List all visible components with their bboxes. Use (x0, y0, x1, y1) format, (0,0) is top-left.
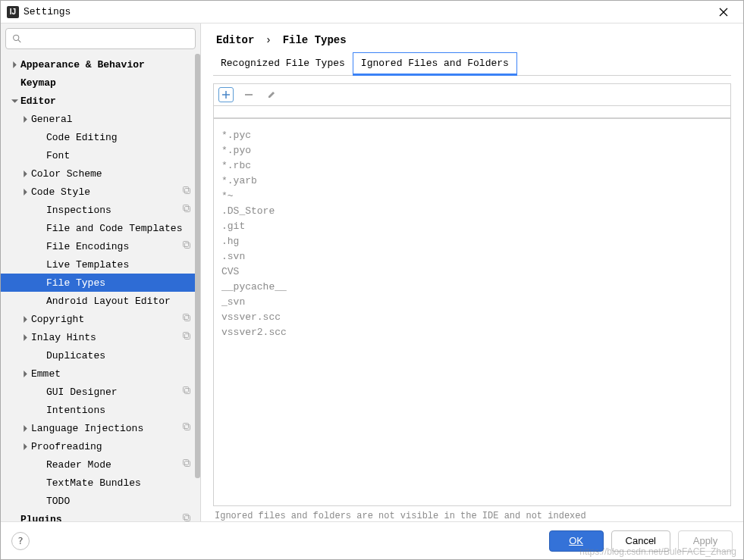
tree-item-label: Intentions (46, 405, 105, 416)
project-scope-icon (182, 240, 191, 252)
tree-item-code-editing[interactable]: Code Editing (1, 128, 200, 146)
add-pattern-button[interactable] (218, 87, 234, 102)
tree-item-textmate-bundles[interactable]: TextMate Bundles (1, 474, 200, 492)
pencil-icon (267, 90, 276, 99)
tree-item-label: Code Editing (46, 132, 118, 143)
tree-item-gui-designer[interactable]: GUI Designer (1, 383, 200, 401)
chevron-right-icon[interactable] (20, 116, 30, 123)
tree-item-language-injections[interactable]: Language Injections (1, 419, 200, 437)
pattern-item[interactable]: *.pyo (221, 143, 723, 158)
pattern-item[interactable]: .DS_Store (221, 204, 723, 219)
chevron-right-icon[interactable] (20, 371, 30, 377)
chevron-right-icon[interactable] (20, 334, 30, 341)
close-button[interactable] (710, 2, 737, 23)
tree-item-intentions[interactable]: Intentions (1, 401, 200, 419)
svg-rect-6 (184, 242, 189, 247)
pattern-item[interactable]: .hg (221, 234, 723, 249)
tree-item-inlay-hints[interactable]: Inlay Hints (1, 328, 200, 346)
pattern-item[interactable]: *.yarb (221, 174, 723, 189)
pattern-item[interactable]: __pycache__ (221, 280, 723, 295)
chevron-right-icon[interactable] (20, 443, 30, 450)
pattern-item[interactable]: .svn (221, 249, 723, 264)
svg-rect-16 (184, 460, 189, 465)
help-button[interactable]: ? (11, 532, 30, 550)
svg-rect-19 (185, 516, 190, 521)
tree-item-plugins[interactable]: Plugins (1, 510, 200, 521)
ignored-patterns-list[interactable]: *.pyc*.pyo*.rbc*.yarb*~.DS_Store.git.hg.… (213, 118, 731, 506)
tree-item-label: General (31, 114, 73, 125)
tree-item-reader-mode[interactable]: Reader Mode (1, 455, 200, 474)
tree-item-inspections[interactable]: Inspections (1, 201, 200, 219)
chevron-right-icon[interactable] (20, 316, 30, 323)
tree-item-editor[interactable]: Editor (1, 92, 200, 110)
pattern-item[interactable]: *.rbc (221, 158, 723, 174)
tab-recognized-file-types[interactable]: Recognized File Types (213, 53, 353, 76)
pattern-item[interactable]: vssver.scc (221, 310, 723, 325)
tree-item-color-scheme[interactable]: Color Scheme (1, 164, 200, 183)
tree-item-copyright[interactable]: Copyright (1, 310, 200, 328)
tree-item-label: File Types (46, 277, 105, 289)
ok-button[interactable]: OK (549, 530, 604, 552)
tree-item-android-layout-editor[interactable]: Android Layout Editor (1, 292, 200, 310)
tree-item-label: TODO (46, 496, 70, 507)
tree-item-duplicates[interactable]: Duplicates (1, 346, 200, 364)
tree-item-general[interactable]: General (1, 110, 200, 128)
search-input[interactable] (27, 33, 189, 45)
svg-rect-12 (184, 387, 189, 393)
tree-item-label: Color Scheme (31, 168, 102, 180)
hint-text: Ignored files and folders are not visibl… (213, 506, 731, 521)
tree-item-appearance-behavior[interactable]: Appearance & Behavior (1, 55, 200, 74)
tree-item-label: Reader Mode (46, 459, 111, 471)
tree-item-emmet[interactable]: Emmet (1, 364, 200, 383)
tree-item-proofreading[interactable]: Proofreading (1, 437, 200, 455)
sidebar-scrollbar[interactable] (195, 54, 200, 521)
svg-rect-17 (185, 461, 190, 467)
tree-item-font[interactable]: Font (1, 146, 200, 164)
tree-item-label: Language Injections (31, 423, 143, 434)
chevron-right-icon[interactable] (20, 171, 30, 177)
search-icon (12, 33, 22, 44)
pattern-item[interactable]: *~ (221, 189, 723, 204)
tree-item-file-types[interactable]: File Types (1, 274, 200, 292)
tab-ignored-files-and-folders[interactable]: Ignored Files and Folders (353, 52, 517, 76)
pattern-item[interactable]: _svn (221, 295, 723, 310)
apply-button[interactable]: Apply (678, 530, 733, 552)
tree-item-code-style[interactable]: Code Style (1, 183, 200, 201)
chevron-right-icon[interactable] (20, 189, 30, 196)
project-scope-icon (182, 422, 191, 434)
tree-item-file-encodings[interactable]: File Encodings (1, 237, 200, 255)
pattern-item[interactable]: .git (221, 219, 723, 234)
body-split: Appearance & BehaviorKeymapEditorGeneral… (1, 23, 743, 521)
svg-rect-11 (185, 334, 190, 339)
tree-item-label: Editor (20, 95, 56, 107)
chevron-right-icon[interactable] (20, 425, 30, 432)
tree-item-label: Android Layout Editor (46, 296, 171, 307)
chevron-down-icon[interactable] (10, 98, 19, 105)
edit-pattern-button[interactable] (264, 87, 279, 102)
svg-rect-10 (184, 333, 189, 338)
search-box[interactable] (5, 28, 196, 49)
chevron-right-icon[interactable] (10, 61, 19, 68)
svg-rect-7 (185, 243, 190, 249)
cancel-button[interactable]: Cancel (611, 530, 670, 552)
pattern-item[interactable]: CVS (221, 264, 723, 280)
project-scope-icon (182, 513, 191, 521)
scrollbar-thumb[interactable] (195, 54, 200, 478)
breadcrumb-part-editor[interactable]: Editor (216, 34, 254, 46)
tree-item-todo[interactable]: TODO (1, 492, 200, 510)
tree-item-label: Inlay Hints (31, 332, 96, 343)
tree-item-keymap[interactable]: Keymap (1, 74, 200, 92)
svg-rect-15 (185, 425, 190, 430)
tree-item-label: Inspections (46, 205, 111, 216)
svg-line-1 (18, 40, 20, 42)
tree-item-live-templates[interactable]: Live Templates (1, 255, 200, 274)
settings-tree[interactable]: Appearance & BehaviorKeymapEditorGeneral… (1, 52, 200, 521)
svg-rect-9 (185, 316, 190, 321)
remove-pattern-button[interactable] (241, 87, 256, 102)
pattern-item[interactable]: vssver2.scc (221, 325, 723, 340)
settings-sidebar: Appearance & BehaviorKeymapEditorGeneral… (1, 23, 201, 521)
pattern-item[interactable]: *.pyc (221, 128, 723, 143)
tree-item-label: Emmet (31, 368, 61, 380)
tree-item-file-and-code-templates[interactable]: File and Code Templates (1, 219, 200, 237)
settings-window: IJ Settings Appearance & BehaviorKeymapE… (0, 0, 744, 560)
